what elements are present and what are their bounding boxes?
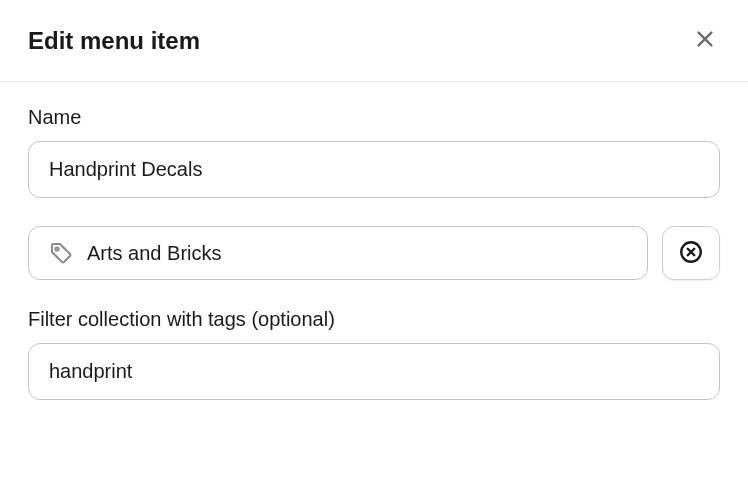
modal-header: Edit menu item: [0, 0, 748, 82]
svg-point-2: [55, 247, 58, 250]
modal-body: Name Arts and Bricks Filter coll: [0, 82, 748, 452]
collection-selector[interactable]: Arts and Bricks: [28, 226, 648, 280]
tags-label: Filter collection with tags (optional): [28, 308, 720, 331]
modal-title: Edit menu item: [28, 27, 200, 55]
tags-field-group: Filter collection with tags (optional): [28, 308, 720, 400]
collection-value: Arts and Bricks: [87, 242, 221, 265]
name-input[interactable]: [28, 141, 720, 198]
name-label: Name: [28, 106, 720, 129]
collection-row: Arts and Bricks: [28, 226, 720, 280]
name-field-group: Name: [28, 106, 720, 198]
close-icon: [694, 28, 716, 53]
tag-icon: [49, 241, 73, 265]
close-button[interactable]: [690, 24, 720, 57]
tags-input[interactable]: [28, 343, 720, 400]
circle-x-icon: [678, 239, 704, 268]
clear-collection-button[interactable]: [662, 226, 720, 280]
